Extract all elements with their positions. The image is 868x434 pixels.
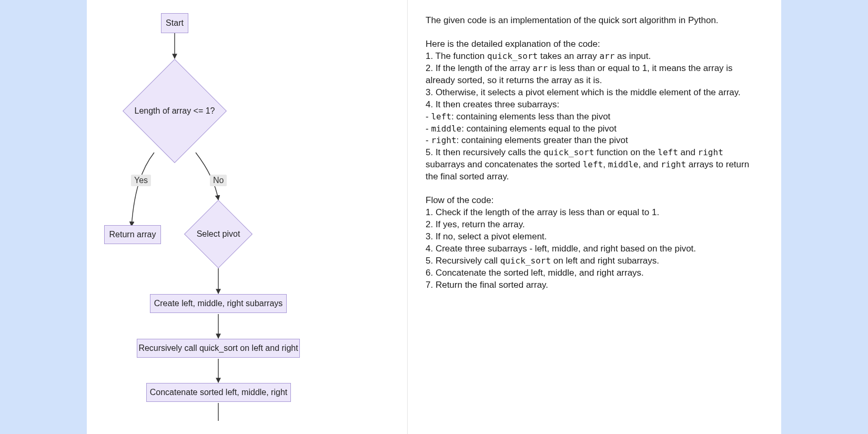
flowchart-node-create-sub: Create left, middle, right subarrays xyxy=(150,294,287,313)
node-label: Select pivot xyxy=(187,228,250,240)
node-label: Concatenate sorted left, middle, right xyxy=(150,388,287,397)
detail-5: 5. It then recursively calls the quick_s… xyxy=(426,147,763,183)
detail-header: Here is the detailed explanation of the … xyxy=(426,38,763,51)
flow-3: 3. If no, select a pivot element. xyxy=(426,231,763,243)
flowchart-pane: Start Length of array <= 1? Yes No Retur… xyxy=(87,0,408,434)
detail-4c: - right: containing elements greater tha… xyxy=(426,135,763,147)
detail-4b: - middle: containing elements equal to t… xyxy=(426,123,763,135)
detail-1: 1. The function quick_sort takes an arra… xyxy=(426,51,763,63)
page: Start Length of array <= 1? Yes No Retur… xyxy=(87,0,781,434)
detail-2: 2. If the length of the array arr is les… xyxy=(426,63,763,87)
flow-header: Flow of the code: xyxy=(426,195,763,207)
edge-label-no: No xyxy=(210,175,227,186)
detail-4: 4. It then creates three subarrays: xyxy=(426,99,763,111)
flow-6: 6. Concatenate the sorted left, middle, … xyxy=(426,267,763,279)
flow-1: 1. Check if the length of the array is l… xyxy=(426,207,763,219)
flowchart-node-concat: Concatenate sorted left, middle, right xyxy=(146,383,291,402)
explanation-intro: The given code is an implementation of t… xyxy=(426,15,763,27)
flow-5: 5. Recursively call quick_sort on left a… xyxy=(426,255,763,267)
detail-4a: - left: containing elements less than th… xyxy=(426,111,763,123)
edge-label-yes: Yes xyxy=(131,175,151,186)
flowchart-node-recurse: Recursively call quick_sort on left and … xyxy=(137,339,300,358)
node-label: Start xyxy=(166,18,184,28)
explanation-pane: The given code is an implementation of t… xyxy=(408,0,781,434)
node-label: Length of array <= 1? xyxy=(122,105,227,117)
flow-7: 7. Return the final sorted array. xyxy=(426,279,763,291)
node-label: Create left, middle, right subarrays xyxy=(154,299,283,308)
node-label: Recursively call quick_sort on left and … xyxy=(138,344,298,353)
flowchart-node-return-array: Return array xyxy=(104,225,161,244)
flow-2: 2. If yes, return the array. xyxy=(426,219,763,231)
flowchart-node-start: Start xyxy=(161,13,188,33)
flow-4: 4. Create three subarrays - left, middle… xyxy=(426,243,763,255)
node-label: Return array xyxy=(109,230,156,239)
detail-3: 3. Otherwise, it selects a pivot element… xyxy=(426,87,763,99)
flowchart-edges xyxy=(87,0,408,434)
